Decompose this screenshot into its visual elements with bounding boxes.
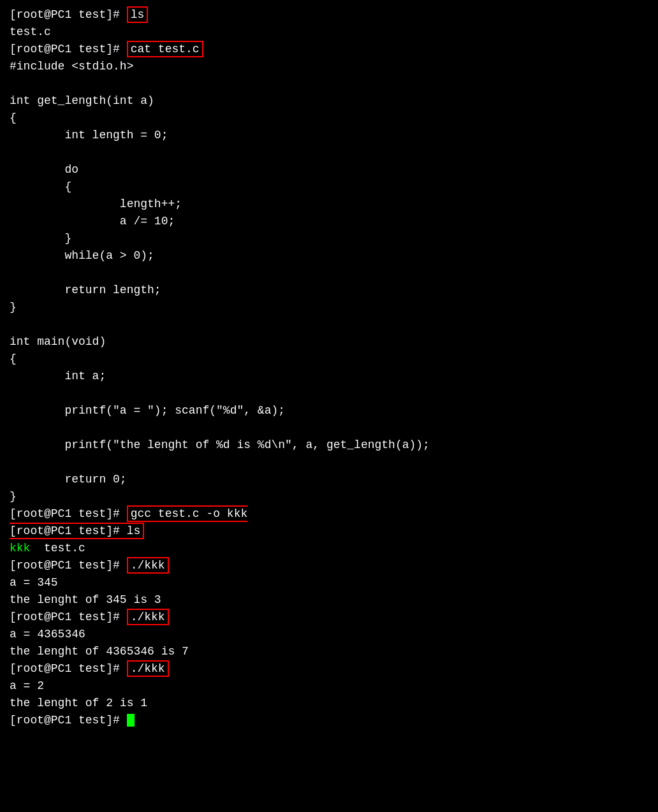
terminal-prompt-line: [root@PC1 test]# ./kkk — [10, 557, 648, 574]
terminal-output: printf("a = "); scanf("%d", &a); — [10, 402, 648, 419]
terminal-container: [root@PC1 test]# lstest.c[root@PC1 test]… — [10, 6, 648, 729]
command-text: ls — [127, 6, 149, 23]
terminal-output: while(a > 0); — [10, 247, 648, 265]
terminal-prompt-multi-line: [root@PC1 test]# gcc test.c -o kkk [root… — [10, 505, 648, 540]
command-text: ./kkk — [127, 557, 169, 574]
terminal-cursor — [127, 714, 135, 727]
command-text: ./kkk — [127, 660, 169, 677]
command-text: cat test.c — [127, 41, 203, 57]
prompt-text: [root@PC1 test]# — [10, 507, 127, 520]
terminal-output: return 0; — [10, 471, 648, 488]
prompt-text: [root@PC1 test]# — [10, 714, 127, 727]
green-output: kkk — [10, 542, 30, 555]
terminal-output: { — [10, 178, 648, 196]
prompt-text: [root@PC1 test]# — [10, 8, 127, 21]
terminal-output: } — [10, 299, 648, 316]
command-gcc: gcc test.c -o kkk — [131, 507, 248, 520]
prompt-text: [root@PC1 test]# — [10, 662, 127, 675]
terminal-output-green: kkk test.c — [10, 540, 648, 557]
terminal-output: int a; — [10, 368, 648, 385]
terminal-output: } — [10, 230, 648, 247]
terminal-output: a /= 10; — [10, 213, 648, 230]
terminal-output: int length = 0; — [10, 127, 648, 144]
prompt-text: [root@PC1 test]# — [10, 559, 127, 572]
terminal-output: #include <stdio.h> — [10, 58, 648, 75]
terminal-output: { — [10, 351, 648, 368]
terminal-output: a = 345 — [10, 574, 648, 591]
terminal-output: } — [10, 488, 648, 505]
terminal-output: the lenght of 4365346 is 7 — [10, 643, 648, 660]
white-output: test.c — [30, 542, 85, 555]
command-text: ./kkk — [127, 609, 169, 625]
terminal-output: int main(void) — [10, 333, 648, 351]
command-ls: ls — [127, 525, 141, 537]
terminal-output: test.c — [10, 24, 648, 41]
terminal-output: { — [10, 110, 648, 127]
blank-line — [10, 454, 648, 471]
terminal-prompt-line: [root@PC1 test]# cat test.c — [10, 41, 648, 58]
prompt-text: [root@PC1 test]# — [10, 611, 127, 623]
terminal-output: printf("the lenght of %d is %d\n", a, ge… — [10, 437, 648, 454]
blank-line — [10, 419, 648, 437]
blank-line — [10, 316, 648, 333]
prompt-text: [root@PC1 test]# — [10, 43, 127, 55]
terminal-output: a = 4365346 — [10, 626, 648, 643]
terminal-prompt-cursor-line: [root@PC1 test]# — [10, 712, 648, 729]
blank-line — [10, 144, 648, 161]
terminal-output: return length; — [10, 282, 648, 299]
terminal-output: the lenght of 2 is 1 — [10, 695, 648, 712]
terminal-output: int get_length(int a) — [10, 92, 648, 110]
blank-line — [10, 265, 648, 282]
terminal-output: a = 2 — [10, 678, 648, 695]
blank-line — [10, 385, 648, 402]
prompt-text-2: [root@PC1 test]# — [10, 525, 127, 537]
terminal-output: length++; — [10, 196, 648, 213]
terminal-prompt-line: [root@PC1 test]# ./kkk — [10, 609, 648, 626]
terminal-output: the lenght of 345 is 3 — [10, 591, 648, 609]
blank-line — [10, 75, 648, 92]
terminal-prompt-line: [root@PC1 test]# ls — [10, 6, 648, 24]
terminal-prompt-line: [root@PC1 test]# ./kkk — [10, 660, 648, 678]
terminal-output: do — [10, 161, 648, 178]
